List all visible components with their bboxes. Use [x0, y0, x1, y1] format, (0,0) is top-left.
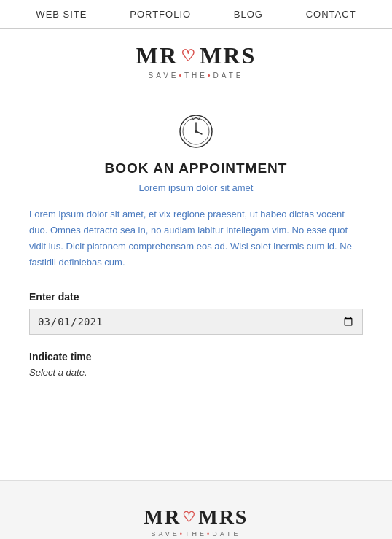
nav-blog[interactable]: BLOG [234, 9, 263, 20]
logo-tagline: SAVE•THE•DATE [15, 71, 377, 80]
nav-contact[interactable]: CONTACT [306, 9, 356, 20]
footer-logo-heart-icon: ♡ [182, 508, 197, 526]
logo-heart-icon: ♡ [181, 47, 197, 66]
main-content: BOOK AN APPOINTMENT Lorem ipsum dolor si… [0, 90, 392, 407]
svg-point-4 [195, 130, 197, 133]
footer-tagline: SAVE•THE•DATE [15, 530, 377, 538]
form-section: Enter date Indicate time Select a date. [29, 291, 363, 378]
book-title: BOOK AN APPOINTMENT [29, 160, 363, 177]
nav-portfolio[interactable]: PORTFOLIO [130, 9, 191, 20]
nav-website[interactable]: WEB SITE [36, 9, 87, 20]
footer-logo: MR ♡ MRS SAVE•THE•DATE [15, 495, 377, 539]
clock-icon-wrap [29, 112, 363, 150]
top-nav: WEB SITE PORTFOLIO BLOG CONTACT [0, 0, 392, 29]
footer-logo-text: MR ♡ MRS [15, 505, 377, 529]
book-subtitle: Lorem ipsum dolor sit amet [29, 182, 363, 193]
book-description: Lorem ipsum dolor sit amet, et vix regio… [29, 206, 363, 271]
spacer [0, 407, 392, 480]
footer-logo-mr: MR [144, 505, 181, 529]
logo-section: MR ♡ MRS SAVE•THE•DATE [0, 29, 392, 90]
select-date-text: Select a date. [29, 367, 363, 378]
logo: MR ♡ MRS [15, 42, 377, 69]
footer-logo-mrs: MRS [198, 505, 248, 529]
clock-icon [177, 112, 215, 150]
date-input[interactable] [29, 309, 363, 335]
logo-mrs: MRS [200, 42, 256, 69]
indicate-time-label: Indicate time [29, 351, 363, 362]
footer: MR ♡ MRS SAVE•THE•DATE WEB SITE PORTFOLI… [0, 480, 392, 539]
enter-date-label: Enter date [29, 291, 363, 303]
logo-mr: MR [136, 42, 178, 69]
